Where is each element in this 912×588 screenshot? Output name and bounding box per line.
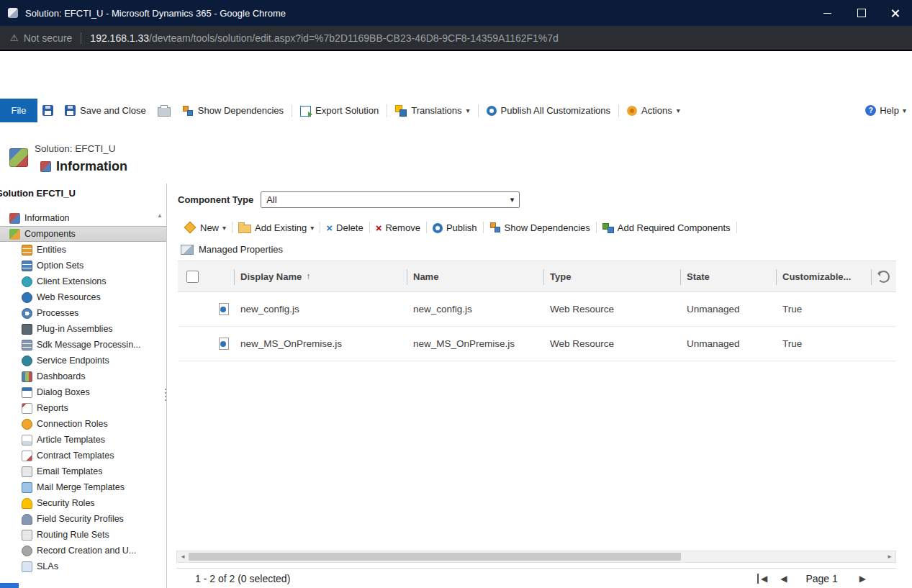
table-row[interactable]: new_MS_OnPremise.js new_MS_OnPremise.js … [178,327,896,361]
bottom-left-accent [0,583,19,588]
component-type-select[interactable]: All ▾ [261,191,520,208]
scroll-left-button[interactable]: ◄ [177,551,189,562]
sidebar-item-components[interactable]: Components [0,226,166,242]
sidebar-item-dashboards[interactable]: Dashboards [0,368,166,384]
sidebar-item-record-creation[interactable]: Record Creation and U... [0,543,166,558]
first-page-button[interactable]: ◀ [757,574,773,584]
cell-display-name: new_config.js [234,292,407,326]
scrollbar-track[interactable] [189,551,884,562]
save-icon [42,105,53,116]
save-button[interactable] [37,99,58,122]
address-bar[interactable]: ⚠ Not secure 192.168.1.33/devteam/tools/… [0,26,912,51]
sidebar-item-email-templates[interactable]: Email Templates [0,463,166,479]
table-row[interactable]: new_config.js new_config.js Web Resource… [178,292,896,327]
sidebar-item-slas[interactable]: SLAs [0,558,166,574]
cell-customizable: True [776,327,871,361]
help-label: Help [880,105,899,116]
chevron-down-icon: ▾ [677,107,680,114]
column-display-name[interactable]: Display Name ↑ [234,261,407,291]
sidebar-item-entities[interactable]: Entities [0,242,166,258]
sidebar-item-plugin-assemblies[interactable]: Plug-in Assemblies [0,321,166,337]
scrollbar-thumb[interactable] [189,553,681,561]
column-name[interactable]: Name [407,261,543,291]
table-header-row: Display Name ↑ Name Type State Customiza… [178,261,896,292]
remove-button[interactable]: × Remove [370,217,426,238]
new-button[interactable]: New ▾ [178,217,232,238]
publish-all-customizations-button[interactable]: Publish All Customizations [480,99,617,122]
minimize-button[interactable] [811,0,844,26]
window-titlebar: Solution: EFCTI_U - Microsoft Dynamics 3… [0,0,912,26]
delete-button[interactable]: × Delete [320,217,369,238]
sidebar-item-contract-templates[interactable]: Contract Templates [0,448,166,463]
record-creation-icon [22,546,32,556]
cell-state: Unmanaged [680,327,776,361]
print-button[interactable] [153,99,176,122]
actions-button[interactable]: Actions ▾ [620,99,687,122]
next-page-button[interactable]: ▶ [854,574,872,584]
sidebar-item-routing-rule-sets[interactable]: Routing Rule Sets [0,527,166,543]
show-dependencies-label: Show Dependencies [198,105,284,116]
save-and-close-button[interactable]: Save and Close [58,99,153,122]
managed-properties-label: Managed Properties [199,244,283,255]
sidebar-item-security-roles[interactable]: Security Roles [0,495,166,511]
show-dependencies-grid-button[interactable]: Show Dependencies [484,217,596,238]
new-label: New [200,222,219,233]
sidebar-item-service-endpoints[interactable]: Service Endpoints [0,353,166,368]
sidebar-scroll-up-arrow[interactable]: ▲ [157,212,163,219]
close-button[interactable] [878,0,912,26]
components-grid: Display Name ↑ Name Type State Customiza… [178,261,896,361]
previous-page-button[interactable]: ◀ [775,574,793,584]
sidebar-item-connection-roles[interactable]: Connection Roles [0,416,166,432]
chevron-down-icon: ▾ [310,224,314,232]
sidebar-item-label: Information [24,213,70,223]
chevron-down-icon: ▾ [466,107,470,114]
not-secure-label[interactable]: Not secure [24,32,73,44]
sidebar-item-processes[interactable]: Processes [0,305,166,321]
dashboards-icon [22,371,32,382]
solution-label: Solution: EFCTI_U [35,143,116,154]
managed-properties-button[interactable]: Managed Properties [181,240,283,258]
sidebar-splitter-handle[interactable] [162,384,168,405]
export-solution-button[interactable]: Export Solution [294,99,385,122]
cell-display-name: new_MS_OnPremise.js [234,327,407,361]
sidebar-item-option-sets[interactable]: Option Sets [0,258,166,273]
sidebar-item-label: Article Templates [37,435,105,445]
column-label: Name [413,271,438,282]
export-solution-icon [300,106,311,117]
sidebar-item-web-resources[interactable]: Web Resources [0,289,166,305]
url-path: /devteam/tools/solution/edit.aspx?id=%7b… [149,32,559,44]
sidebar-item-sdk-message-processing[interactable]: Sdk Message Processin... [0,337,166,353]
email-templates-icon [22,466,32,477]
sort-ascending-icon: ↑ [306,271,310,281]
add-existing-button[interactable]: Add Existing ▾ [232,217,320,238]
column-type[interactable]: Type [543,261,680,291]
sidebar-item-label: Service Endpoints [37,356,109,366]
sidebar-item-reports[interactable]: Reports [0,400,166,416]
maximize-button[interactable] [844,0,878,26]
column-state[interactable]: State [680,261,776,291]
sidebar-item-label: Sdk Message Processin... [37,340,141,350]
sidebar-item-client-extensions[interactable]: Client Extensions [0,273,166,289]
separator [618,104,619,117]
file-menu-button[interactable]: File [0,99,37,122]
scroll-right-button[interactable]: ► [884,551,895,562]
refresh-icon[interactable] [877,271,890,283]
url-text[interactable]: 192.168.1.33/devteam/tools/solution/edit… [90,32,559,44]
select-all-checkbox[interactable] [186,271,199,283]
publish-button[interactable]: Publish [427,217,483,238]
horizontal-scrollbar[interactable]: ◄ ► [176,551,896,563]
show-dependencies-button[interactable]: Show Dependencies [176,99,290,122]
column-customizable[interactable]: Customizable... [776,261,871,291]
translations-button[interactable]: Translations ▾ [389,99,476,122]
cell-type: Web Resource [543,292,680,326]
help-button[interactable]: ? Help ▾ [865,105,912,116]
sidebar-item-information[interactable]: Information [0,210,166,226]
add-required-components-button[interactable]: Add Required Components [597,217,736,238]
sidebar-item-field-security-profiles[interactable]: Field Security Profiles [0,511,166,527]
information-page-icon [40,161,51,172]
publish-all-label: Publish All Customizations [501,105,610,116]
sidebar-item-dialog-boxes[interactable]: Dialog Boxes [0,384,166,400]
sidebar-item-mail-merge-templates[interactable]: Mail Merge Templates [0,479,166,495]
sidebar-item-article-templates[interactable]: Article Templates [0,432,166,448]
row-check-cell [178,327,207,361]
